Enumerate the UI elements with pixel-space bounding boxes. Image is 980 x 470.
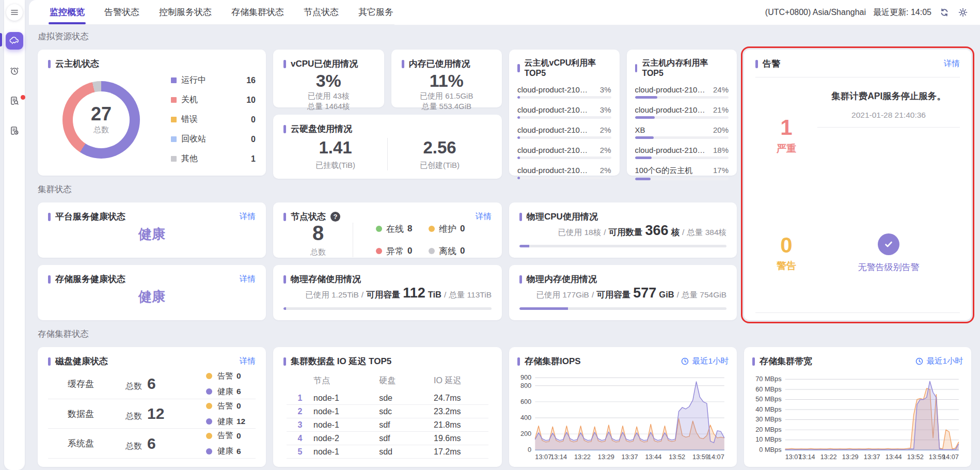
refresh-button[interactable] xyxy=(939,7,950,18)
vcpu-total: 总量 1464核 xyxy=(307,101,350,112)
svg-text:200: 200 xyxy=(520,430,531,437)
disk-mounted-value: 1.41 xyxy=(319,138,352,158)
svg-text:60 MBps: 60 MBps xyxy=(755,386,781,393)
alert-detail-link[interactable]: 详情 xyxy=(944,58,960,69)
table-row: 2node-1sdc23.2ms xyxy=(287,405,488,418)
title-marker xyxy=(517,357,520,366)
legend-item-其他: 其他1 xyxy=(171,153,256,164)
top5-item: cloud-product-2101281...3% xyxy=(517,85,611,99)
tab-其它服务[interactable]: 其它服务 xyxy=(357,0,394,24)
title-marker xyxy=(48,275,51,284)
cloud-disk-usage-card: 云硬盘使用情况 1.41 已挂载(TiB) 2.56 已创建(TiB) xyxy=(273,115,502,179)
svg-text:13:14: 13:14 xyxy=(550,454,567,461)
title-marker xyxy=(519,213,522,221)
alert-timestamp: 2021-01-28 21:40:36 xyxy=(851,111,926,120)
storage-health-detail-link[interactable]: 详情 xyxy=(240,274,256,285)
card-title: 云硬盘使用情况 xyxy=(283,123,492,135)
disk-health-detail-link[interactable]: 详情 xyxy=(240,356,256,367)
vm-total-count: 27 xyxy=(91,104,112,124)
vcpu-top5-card: 云主机vCPU利用率 TOP5 cloud-product-2101281...… xyxy=(509,50,620,176)
node-total-label: 总数 xyxy=(310,247,326,257)
table-row: 5node-1sdd17.2ms xyxy=(287,445,488,459)
no-warning-text: 无警告级别告警 xyxy=(858,261,920,273)
clock-icon xyxy=(681,357,689,365)
sidebar-item-report-history[interactable] xyxy=(6,122,23,139)
vcpu-top5-list: cloud-product-2101281...3% cloud-product… xyxy=(517,85,611,179)
legend-item-运行中: 运行中16 xyxy=(171,75,256,86)
notification-badge xyxy=(21,95,25,100)
help-icon[interactable]: ? xyxy=(330,212,340,222)
table-row: 1node-1sde24.7ms xyxy=(287,391,488,405)
vm-total-label: 总数 xyxy=(93,125,109,135)
collapse-menu-button[interactable] xyxy=(6,4,23,21)
tab-控制服务状态[interactable]: 控制服务状态 xyxy=(158,0,213,24)
top5-cards: 云主机vCPU利用率 TOP5 cloud-product-2101281...… xyxy=(509,50,737,176)
topbar-right: (UTC+0800) Asia/Shanghai 最近更新: 14:05 xyxy=(765,7,969,18)
disk-created: 2.56 已创建(TiB) xyxy=(388,138,492,170)
settings-button[interactable] xyxy=(957,7,969,18)
bandwidth-time-range-link[interactable]: 最近1小时 xyxy=(915,356,963,367)
node-status-在线: 在线8 xyxy=(376,223,429,235)
sidebar-item-alarm[interactable] xyxy=(6,62,23,80)
title-marker xyxy=(283,60,286,68)
svg-text:13:22: 13:22 xyxy=(820,454,837,461)
memory-total: 总量 553.4GiB xyxy=(421,101,471,112)
card-title: 物理CPU使用情况 xyxy=(519,211,726,223)
sidebar-item-report-search[interactable] xyxy=(6,92,23,109)
physical-memory-progressbar xyxy=(519,307,726,310)
warning-label: 警告 xyxy=(777,259,796,273)
sidebar xyxy=(0,0,29,470)
alert-critical-section: 1 严重 集群计费API服务停止服务。 2021-01-28 21:40:36 xyxy=(755,77,960,194)
legend-item-错误: 错误0 xyxy=(171,114,256,125)
title-marker xyxy=(48,60,51,68)
top5-item: cloud-product-2101261...21% xyxy=(635,105,729,119)
node-status-detail-link[interactable]: 详情 xyxy=(476,211,492,222)
svg-text:13:07: 13:07 xyxy=(535,454,551,461)
tab-存储集群状态[interactable]: 存储集群状态 xyxy=(230,0,285,24)
vm-status-donut-chart: 27 总数 xyxy=(62,81,140,159)
storage-health-status: 健康 xyxy=(48,285,256,312)
title-marker xyxy=(283,275,286,284)
svg-text:14:07: 14:07 xyxy=(708,454,724,461)
bandwidth-chart-card: 存储集群带宽 最近1小时 0 MBps10 MBps20 MBps30 MBps… xyxy=(744,347,971,467)
node-status-card: 节点状态? 详情 8 总数 在线8维护0异常0离线0 xyxy=(273,202,502,258)
node-status-legend: 在线8维护0异常0离线0 xyxy=(353,223,492,257)
memory-used: 已使用 61.5GiB xyxy=(420,91,473,101)
svg-text:900: 900 xyxy=(520,374,531,381)
tab-节点状态[interactable]: 节点状态 xyxy=(303,0,340,24)
top5-item: cloud-product-2101261...2% xyxy=(517,166,611,179)
title-marker xyxy=(519,275,522,284)
dashboard-content: 虚拟资源状态 云主机状态 27 总数 运行中16关机10错误0回收站0其他1 xyxy=(29,25,980,470)
physical-cpu-progressbar xyxy=(519,245,726,247)
disk-mounted-label: 已挂载(TiB) xyxy=(315,161,355,170)
svg-text:14:07: 14:07 xyxy=(942,454,959,461)
memory-top5-card: 云主机内存利用率TOP5 cloud-product-2101281...24%… xyxy=(627,50,737,176)
iops-chart: 020040060080090013:0713:1413:2213:2913:3… xyxy=(517,370,729,463)
physical-storage-progressbar xyxy=(283,307,492,310)
vm-status-legend: 运行中16关机10错误0回收站0其他1 xyxy=(171,75,256,164)
iops-time-range-link[interactable]: 最近1小时 xyxy=(681,356,729,367)
disk-created-label: 已创建(TiB) xyxy=(420,161,460,170)
top5-item: cloud-product-2101281...24% xyxy=(635,85,729,99)
disk-health-row-缓存盘: 缓存盘 总数6 告警0 健康6 xyxy=(48,369,256,399)
platform-health-detail-link[interactable]: 详情 xyxy=(240,211,256,222)
vcpu-used: 已使用 43核 xyxy=(308,91,350,101)
svg-text:13:29: 13:29 xyxy=(842,454,859,461)
svg-text:13:14: 13:14 xyxy=(799,454,815,461)
tab-监控概览[interactable]: 监控概览 xyxy=(49,0,86,24)
disk-health-row-系统盘: 系统盘 总数6 告警0 健康6 xyxy=(48,429,256,459)
sidebar-item-monitor-overview[interactable] xyxy=(6,32,23,50)
critical-count: 1 xyxy=(780,116,792,139)
card-title: 存储服务健康状态 xyxy=(48,273,125,285)
top5-item: 100个G的云主机17% xyxy=(635,166,729,180)
svg-text:13:44: 13:44 xyxy=(886,454,902,461)
bandwidth-chart: 0 MBps10 MBps20 MBps30 MBps40 MBps50 MBp… xyxy=(752,370,963,463)
card-title: 内存已使用情况 xyxy=(402,58,492,70)
tab-告警状态[interactable]: 告警状态 xyxy=(103,0,140,24)
vcpu-usage-card: vCPU已使用情况 3% 已使用 43核 总量 1464核 xyxy=(273,50,384,107)
card-title: 云主机内存利用率TOP5 xyxy=(635,58,729,78)
table-header: 节点硬盘IO 延迟 xyxy=(287,372,488,391)
storage-health-card: 存储服务健康状态 详情 健康 xyxy=(38,265,266,320)
topbar: 监控概览告警状态控制服务状态存储集群状态节点状态其它服务 (UTC+0800) … xyxy=(29,0,980,25)
card-title: 存储集群IOPS xyxy=(517,355,581,367)
